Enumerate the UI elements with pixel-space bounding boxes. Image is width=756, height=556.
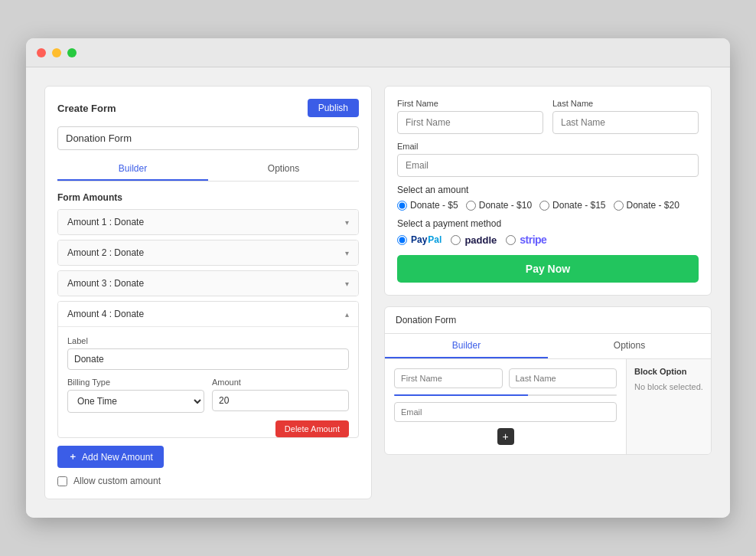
amount-2-accordion: Amount 2 : Donate ▾ <box>57 240 359 266</box>
window-content: Create Form Publish Builder Options Form… <box>26 67 730 518</box>
accordion-3-label: Amount 3 : Donate <box>67 278 144 289</box>
amount-radio-5[interactable] <box>397 201 407 211</box>
tab-row: Builder Options <box>57 158 359 182</box>
paypal-radio[interactable] <box>397 235 407 245</box>
pay-now-button[interactable]: Pay Now <box>397 255 699 283</box>
preview-bottom-body: + Block Option No block selected. <box>385 359 711 454</box>
stripe-radio[interactable] <box>506 235 516 245</box>
mini-email-input[interactable] <box>394 402 617 422</box>
preview-tab-builder[interactable]: Builder <box>385 334 548 358</box>
amount-radio-15[interactable] <box>539 201 549 211</box>
section-title: Form Amounts <box>57 192 359 203</box>
minimize-dot[interactable] <box>52 48 61 57</box>
block-options-title: Block Option <box>634 367 703 376</box>
last-name-group: Last Name <box>552 99 699 134</box>
last-name-label: Last Name <box>552 99 699 108</box>
preview-tab-options[interactable]: Options <box>548 334 711 358</box>
titlebar <box>26 38 730 67</box>
custom-amount-checkbox[interactable] <box>57 476 67 486</box>
stripe-logo: stripe <box>520 234 546 246</box>
accordion-3-header[interactable]: Amount 3 : Donate ▾ <box>58 271 358 296</box>
chevron-up-icon: ▴ <box>345 310 349 319</box>
amount-group: Amount <box>212 378 349 413</box>
payment-methods-row: PayPal paddle stripe <box>397 234 699 246</box>
accordion-4-body: Label Billing Type One Time Amount <box>58 326 358 430</box>
billing-type-label: Billing Type <box>67 378 204 387</box>
tab-builder[interactable]: Builder <box>57 158 208 181</box>
delete-amount-button[interactable]: Delete Amount <box>275 420 349 437</box>
paddle-option[interactable]: paddle <box>451 234 497 246</box>
panel-header: Create Form Publish <box>57 99 359 117</box>
preview-form-area: + <box>385 359 627 454</box>
progress-line <box>394 394 617 396</box>
preview-bottom-title: Donation Form <box>385 307 711 334</box>
amount-option-20[interactable]: Donate - $20 <box>614 200 679 211</box>
add-amount-button[interactable]: ＋ Add New Amount <box>57 446 164 468</box>
billing-type-group: Billing Type One Time <box>67 378 204 413</box>
preview-bottom: Donation Form Builder Options <box>384 306 712 455</box>
billing-type-select[interactable]: One Time <box>67 390 204 413</box>
add-amount-label: Add New Amount <box>82 452 153 463</box>
block-options-panel: Block Option No block selected. <box>627 359 711 454</box>
email-group: Email <box>397 142 699 177</box>
plus-icon: ＋ <box>68 450 77 463</box>
block-options-text: No block selected. <box>634 382 703 391</box>
amount-radio-20[interactable] <box>614 201 624 211</box>
label-text-input[interactable] <box>67 348 349 370</box>
amount-option-15[interactable]: Donate - $15 <box>539 200 605 211</box>
first-name-label: First Name <box>397 99 543 108</box>
amount-radio-group: Donate - $5 Donate - $10 Donate - $15 Do… <box>397 200 699 211</box>
stripe-option[interactable]: stripe <box>506 234 546 246</box>
form-name-input[interactable] <box>57 126 359 150</box>
first-name-group: First Name <box>397 99 543 134</box>
panel-title: Create Form <box>57 103 116 114</box>
accordion-1-header[interactable]: Amount 1 : Donate ▾ <box>58 210 358 234</box>
mini-last-name-input[interactable] <box>509 368 618 388</box>
amount-label: Amount <box>212 378 349 387</box>
select-amount-label: Select an amount <box>397 185 699 195</box>
paddle-logo: paddle <box>464 234 497 246</box>
first-name-input[interactable] <box>397 111 543 134</box>
publish-button[interactable]: Publish <box>308 99 359 117</box>
chevron-down-icon: ▾ <box>345 218 349 227</box>
preview-top: First Name Last Name Email Select an amo… <box>384 86 712 296</box>
amount-radio-10[interactable] <box>466 201 476 211</box>
amount-option-10[interactable]: Donate - $10 <box>466 200 532 211</box>
email-label: Email <box>397 142 699 151</box>
maximize-dot[interactable] <box>67 48 77 57</box>
preview-bottom-tabs: Builder Options <box>385 334 711 359</box>
mini-first-name-input[interactable] <box>394 368 503 388</box>
amount-4-accordion: Amount 4 : Donate ▴ Label Billing Type O… <box>57 301 359 438</box>
amount-3-accordion: Amount 3 : Donate ▾ <box>57 270 359 296</box>
email-input[interactable] <box>397 154 699 177</box>
accordion-4-label: Amount 4 : Donate <box>67 309 144 319</box>
mini-name-row <box>394 368 617 388</box>
last-name-input[interactable] <box>552 111 699 134</box>
amount-1-accordion: Amount 1 : Donate ▾ <box>57 209 359 235</box>
chevron-down-icon: ▾ <box>345 249 349 257</box>
add-block-button[interactable]: + <box>497 428 514 445</box>
accordion-2-label: Amount 2 : Donate <box>67 247 144 258</box>
app-window: Create Form Publish Builder Options Form… <box>26 38 730 518</box>
accordion-1-label: Amount 1 : Donate <box>67 217 144 227</box>
paypal-option[interactable]: PayPal <box>397 234 442 245</box>
plus-icon: + <box>502 430 508 443</box>
left-panel: Create Form Publish Builder Options Form… <box>44 86 372 499</box>
payment-method-label: Select a payment method <box>397 218 699 229</box>
amount-option-5[interactable]: Donate - $5 <box>397 200 458 211</box>
amount-input[interactable] <box>212 390 349 411</box>
tab-options[interactable]: Options <box>208 158 359 181</box>
paddle-radio[interactable] <box>451 235 461 245</box>
paypal-logo: PayPal <box>411 234 442 245</box>
chevron-down-icon: ▾ <box>345 280 349 288</box>
close-dot[interactable] <box>37 48 46 57</box>
right-panel: First Name Last Name Email Select an amo… <box>384 86 712 499</box>
accordion-2-header[interactable]: Amount 2 : Donate ▾ <box>58 240 358 265</box>
custom-amount-label: Allow custom amount <box>73 476 161 486</box>
label-field-label: Label <box>67 336 349 345</box>
name-fields-row: First Name Last Name <box>397 99 699 134</box>
custom-amount-row: Allow custom amount <box>57 476 359 486</box>
accordion-4-header[interactable]: Amount 4 : Donate ▴ <box>58 302 358 326</box>
billing-amount-row: Billing Type One Time Amount <box>67 378 349 413</box>
